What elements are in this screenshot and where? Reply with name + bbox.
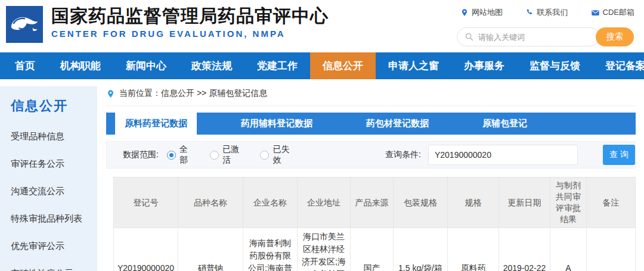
table-cell: 海南普利制药股份有限公司;海南普利制药股份有限公司 xyxy=(243,228,298,271)
search-button[interactable]: 搜索 xyxy=(596,27,634,46)
quick-link-label: CDE邮箱 xyxy=(603,7,634,18)
table-cell: 海口市美兰区桂林洋经济开发区;海口市美兰区桂林洋经济开发区 xyxy=(298,228,351,271)
table-cell: 2019-02-22 xyxy=(499,228,550,271)
sidebar-item-4[interactable]: 优先审评公示 xyxy=(11,241,97,252)
radio-option-1[interactable]: 已激活 xyxy=(210,144,244,166)
nav-item-1[interactable]: 机构职能 xyxy=(48,52,113,79)
tab-1[interactable]: 药用辅料登记数据 xyxy=(231,113,322,135)
phone-icon xyxy=(525,8,534,17)
nav-item-8[interactable]: 监督与反馈 xyxy=(517,52,593,79)
table-header-cell: 产品来源 xyxy=(351,177,394,228)
mail-icon xyxy=(591,8,600,17)
table-header-cell: 更新日期 xyxy=(499,177,550,228)
sidebar-title: 信息公开 xyxy=(11,97,97,115)
quick-links: 网站地图联系我们CDE邮箱 xyxy=(457,5,636,18)
header-right: 网站地图联系我们CDE邮箱 搜索 xyxy=(457,5,636,46)
radio-icon xyxy=(260,151,269,160)
table-cell: 原料药 xyxy=(448,228,499,271)
table-cell: 1.5 kg/袋/箱 xyxy=(394,228,448,271)
sidebar-item-5[interactable]: 突破性治疗公示 xyxy=(11,268,97,271)
table-row: Y20190000020硝普钠海南普利制药股份有限公司;海南普利制药股份有限公司… xyxy=(114,228,636,271)
search-row: 搜索 xyxy=(457,27,634,46)
table-cell xyxy=(587,228,636,271)
scope-radios: 全部已激活已失效 xyxy=(167,144,311,166)
sidebar-item-0[interactable]: 受理品种信息 xyxy=(11,131,97,142)
query-button[interactable]: 查 询 xyxy=(603,145,635,165)
tabs: 原料药登记数据药用辅料登记数据药包材登记数据原辅包登记 xyxy=(106,113,636,135)
radio-icon xyxy=(167,151,176,160)
table-header-cell: 企业名称 xyxy=(243,177,298,228)
nav-item-3[interactable]: 政策法规 xyxy=(179,52,244,79)
radio-label: 全部 xyxy=(179,144,193,166)
search-box xyxy=(457,27,600,46)
nav-item-5[interactable]: 信息公开 xyxy=(310,52,376,79)
table-cell: A xyxy=(550,228,587,271)
page: 国家药品监督管理局药品审评中心 CENTER FOR DRUG EVALUATI… xyxy=(0,0,644,271)
radio-icon xyxy=(210,151,219,160)
nav-item-7[interactable]: 办事服务 xyxy=(451,52,517,79)
cde-logo[interactable] xyxy=(6,6,43,43)
radio-option-0[interactable]: 全部 xyxy=(167,144,193,166)
radio-label: 已激活 xyxy=(222,144,244,166)
sidebar-item-2[interactable]: 沟通交流公示 xyxy=(11,186,97,197)
radio-label: 已失效 xyxy=(273,144,294,166)
quick-link-label: 网站地图 xyxy=(472,7,503,18)
tab-2[interactable]: 药包材登记数据 xyxy=(357,113,438,135)
nav-item-6[interactable]: 申请人之窗 xyxy=(376,52,451,79)
table-header-cell: 与制剂共同审评审批结果 xyxy=(550,177,587,228)
table-header-cell: 品种名称 xyxy=(178,177,243,228)
tab-0[interactable]: 原料药登记数据 xyxy=(115,113,197,135)
main-nav: 首页机构职能新闻中心政策法规党建工作信息公开申请人之窗办事服务监督与反馈登记备案… xyxy=(0,52,644,79)
table-header-cell: 登记号 xyxy=(114,177,178,228)
scope-label: 数据范围: xyxy=(123,149,159,160)
query-label: 查询条件: xyxy=(385,149,421,160)
table-cell: Y20190000020 xyxy=(114,228,178,271)
site-title: 国家药品监督管理局药品审评中心 xyxy=(51,5,329,27)
table-header-cell: 包装规格 xyxy=(394,177,448,228)
table-header-row: 登记号品种名称企业名称企业地址产品来源包装规格规格更新日期与制剂共同审评审批结果… xyxy=(114,177,636,228)
nav-item-4[interactable]: 党建工作 xyxy=(244,52,310,79)
content: 当前位置：信息公开 >> 原辅包登记信息 原料药登记数据药用辅料登记数据药包材登… xyxy=(106,79,644,271)
table-body: Y20190000020硝普钠海南普利制药股份有限公司;海南普利制药股份有限公司… xyxy=(114,228,636,271)
breadcrumb-text: 当前位置：信息公开 >> 原辅包登记信息 xyxy=(119,88,267,99)
table-cell: 硝普钠 xyxy=(178,228,243,271)
body-row: 信息公开 受理品种信息审评任务公示沟通交流公示特殊审批品种列表优先审评公示突破性… xyxy=(0,79,644,271)
table-header-cell: 规格 xyxy=(448,177,499,228)
quick-link-1[interactable]: 联系我们 xyxy=(525,7,568,18)
query-input[interactable] xyxy=(428,145,578,165)
location-pin-icon xyxy=(106,89,115,98)
quick-link-2[interactable]: CDE邮箱 xyxy=(591,7,634,18)
search-icon xyxy=(465,32,474,42)
sidebar-items: 受理品种信息审评任务公示沟通交流公示特殊审批品种列表优先审评公示突破性治疗公示 xyxy=(11,131,97,271)
sidebar-item-1[interactable]: 审评任务公示 xyxy=(11,158,97,170)
table-header-cell: 企业地址 xyxy=(298,177,351,228)
nav-item-9[interactable]: 登记备案平台 xyxy=(593,52,644,79)
radio-option-2[interactable]: 已失效 xyxy=(260,144,294,166)
table-header-cell: 备注 xyxy=(587,177,636,228)
sidebar-item-3[interactable]: 特殊审批品种列表 xyxy=(11,213,97,225)
cde-logo-icon xyxy=(6,6,43,43)
nav-item-0[interactable]: 首页 xyxy=(2,52,48,79)
quick-link-0[interactable]: 网站地图 xyxy=(460,7,503,18)
map-pin-icon xyxy=(460,8,469,17)
nav-item-2[interactable]: 新闻中心 xyxy=(113,52,179,79)
sidebar: 信息公开 受理品种信息审评任务公示沟通交流公示特殊审批品种列表优先审评公示突破性… xyxy=(0,86,97,271)
title-block: 国家药品监督管理局药品审评中心 CENTER FOR DRUG EVALUATI… xyxy=(51,5,329,39)
tab-3[interactable]: 原辅包登记 xyxy=(473,113,537,135)
breadcrumb: 当前位置：信息公开 >> 原辅包登记信息 xyxy=(106,88,636,106)
site-header: 国家药品监督管理局药品审评中心 CENTER FOR DRUG EVALUATI… xyxy=(0,0,644,52)
registration-table: 登记号品种名称企业名称企业地址产品来源包装规格规格更新日期与制剂共同审评审批结果… xyxy=(113,177,636,271)
table-cell: 国产 xyxy=(351,228,394,271)
filter-bar: 数据范围: 全部已激活已失效 查询条件: 查 询 xyxy=(106,141,636,169)
search-input[interactable] xyxy=(478,33,568,42)
quick-link-label: 联系我们 xyxy=(537,7,568,18)
site-subtitle: CENTER FOR DRUG EVALUATION, NMPA xyxy=(51,29,329,39)
